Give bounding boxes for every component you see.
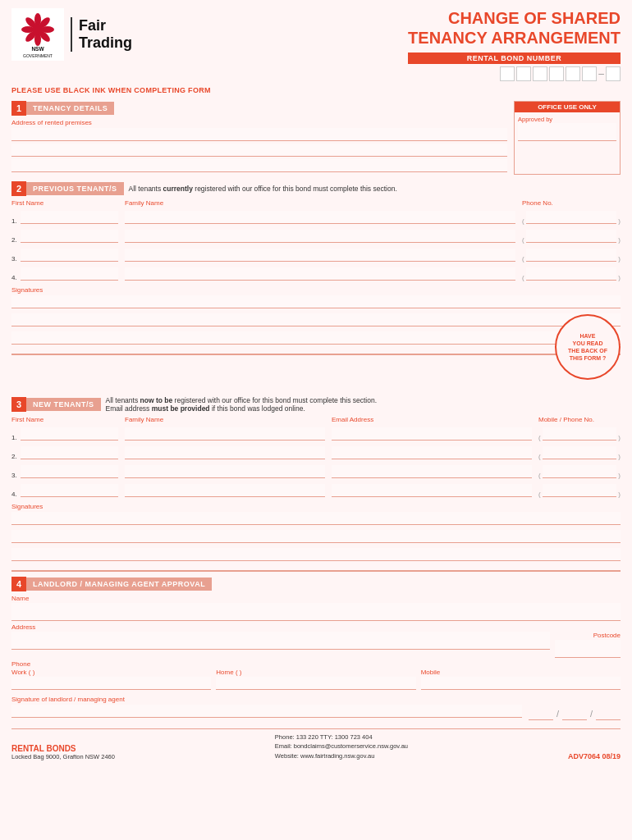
new-row-3-familyname[interactable]: [125, 465, 325, 478]
bond-cell-4[interactable]: [549, 66, 564, 81]
landlord-name-field[interactable]: [11, 603, 621, 621]
work-phone-group: Work ( ): [11, 669, 211, 692]
divider-3-4: [11, 570, 621, 572]
landlord-postcode-field[interactable]: [555, 640, 621, 658]
new-row-2-familyname[interactable]: [125, 446, 325, 459]
prev-row-2-firstname[interactable]: [21, 230, 118, 243]
bond-cell-3[interactable]: [533, 66, 547, 81]
new-row-3-phone-field[interactable]: [543, 465, 617, 478]
date-month[interactable]: [562, 707, 587, 720]
address-field-1[interactable]: [11, 128, 507, 141]
office-use-title: OFFICE USE ONLY: [515, 102, 620, 112]
new-row-2-email[interactable]: [332, 446, 532, 459]
prev-row-2-familyname[interactable]: [125, 230, 515, 243]
form-title: CHANGE OF SHARED TENANCY ARRANGEMENT: [408, 8, 621, 48]
new-row-1-phone-field[interactable]: [543, 427, 617, 441]
new-sig-2[interactable]: [11, 530, 621, 543]
section-1-main: 1 TENANCY DETAILS Address of rented prem…: [11, 101, 507, 175]
section-3-new: 3 NEW TENANT/S All tenants now to be reg…: [11, 396, 621, 564]
section-4-header: 4 LANDLORD / MANAGING AGENT APPROVAL: [11, 577, 621, 591]
new-row-4-firstname[interactable]: [21, 484, 118, 497]
prev-row-1-phone-field[interactable]: [526, 211, 617, 224]
address-label: Address of rented premises: [11, 119, 507, 126]
new-row-4-familyname[interactable]: [125, 484, 325, 497]
prev-row-3-firstname[interactable]: [21, 249, 118, 262]
section-3-title: NEW TENANT/S: [26, 398, 101, 411]
prev-sig-1[interactable]: [11, 295, 621, 308]
prev-row-4-num: 4.: [11, 267, 118, 283]
new-row-1-firstname[interactable]: [21, 427, 118, 441]
work-phone-field[interactable]: [11, 677, 211, 690]
section-4-number: 4: [11, 577, 26, 591]
have-you-read-circle: HAVE YOU READ THE BACK OF THIS FORM ?: [555, 314, 621, 380]
new-tenants-grid: First Name Family Name Email Address Mob…: [11, 416, 621, 500]
prev-sig-3[interactable]: [11, 331, 621, 345]
new-row-3-email[interactable]: [332, 465, 532, 478]
prev-row-2-phone-field[interactable]: [526, 230, 617, 243]
prev-row-1-familyname[interactable]: [125, 211, 515, 224]
trading-text: Trading: [79, 34, 132, 52]
new-row-4-email[interactable]: [332, 484, 532, 497]
landlord-sig-field[interactable]: [11, 705, 522, 718]
address-field-2[interactable]: [11, 144, 507, 157]
new-sig-3[interactable]: [11, 548, 621, 561]
bond-number-label: RENTAL BOND NUMBER: [408, 52, 621, 64]
address-label-4: Address: [11, 623, 621, 631]
svg-point-10: [32, 24, 44, 35]
prev-row-3-familyname[interactable]: [125, 249, 515, 262]
bond-number-cells: –: [408, 66, 621, 81]
prev-row-4-phone: ( ): [522, 267, 621, 283]
home-phone-field[interactable]: [216, 677, 415, 690]
section-3-header: 3 NEW TENANT/S All tenants now to be reg…: [11, 396, 621, 413]
prev-row-4-phone-field[interactable]: [526, 267, 617, 281]
prev-row-1-phone: ( ): [522, 211, 621, 226]
date-year[interactable]: [596, 707, 621, 720]
footer-address: Locked Bag 9000, Grafton NSW 2460: [11, 753, 115, 760]
new-row-1-familyname[interactable]: [125, 427, 325, 441]
section-4-title: LANDLORD / MANAGING AGENT APPROVAL: [26, 578, 212, 591]
col-firstname-new: First Name: [11, 416, 118, 423]
address-postcode-row: Postcode: [11, 632, 621, 660]
landlord-address-field[interactable]: [11, 632, 550, 650]
bond-cell-6[interactable]: [582, 66, 597, 81]
name-label: Name: [11, 595, 621, 602]
approved-by-field[interactable]: [518, 123, 616, 141]
previous-tenants-grid: First Name Family Name Phone No. 1. ( ) …: [11, 199, 621, 283]
bond-cell-1[interactable]: [500, 66, 515, 81]
bond-cell-5[interactable]: [566, 66, 580, 81]
prev-row-1-firstname[interactable]: [21, 211, 118, 224]
new-sig-1[interactable]: [11, 512, 621, 525]
prev-row-4-familyname[interactable]: [125, 267, 515, 281]
prev-row-3-phone-field[interactable]: [526, 249, 617, 262]
section-3-desc: All tenants now to be registered with ou…: [106, 396, 378, 413]
date-day[interactable]: [529, 707, 553, 720]
fair-trading-label: Fair Trading: [71, 17, 132, 52]
section-3-number: 3: [11, 397, 26, 412]
footer-right: ADV7064 08/19: [568, 752, 621, 760]
svg-text:NSW: NSW: [31, 46, 44, 52]
new-row-4-num: 4.: [11, 484, 118, 500]
home-phone-group: Home ( ): [216, 669, 415, 692]
footer-center: Phone: 133 220 TTY: 1300 723 404 Email: …: [275, 733, 408, 760]
bond-cell-2[interactable]: [516, 66, 531, 81]
new-row-3-num: 3.: [11, 465, 118, 481]
new-row-3-firstname[interactable]: [21, 465, 118, 478]
rental-bonds-title: RENTAL BONDS: [11, 744, 115, 753]
section-1-number: 1: [11, 101, 26, 116]
bond-cell-7[interactable]: [606, 66, 621, 81]
prev-sig-2[interactable]: [11, 313, 621, 326]
landlord-sig-field-wrap: [11, 705, 522, 720]
prev-row-4-firstname[interactable]: [21, 267, 118, 281]
prev-row-2-phone: ( ): [522, 230, 621, 245]
new-row-2-firstname[interactable]: [21, 446, 118, 459]
landlord-sig-date-row: / /: [11, 705, 621, 720]
address-field-3[interactable]: [11, 159, 507, 172]
new-row-1-email[interactable]: [332, 427, 532, 441]
mobile-phone-field[interactable]: [421, 677, 621, 690]
new-row-2-phone: ( ): [538, 446, 621, 462]
new-row-2-phone-field[interactable]: [543, 446, 617, 459]
col-phone-new: Mobile / Phone No.: [538, 416, 621, 423]
mobile-phone-group: Mobile: [421, 669, 621, 692]
phone-row-4: Work ( ) Home ( ) Mobile: [11, 669, 621, 692]
new-row-4-phone-field[interactable]: [543, 484, 617, 497]
